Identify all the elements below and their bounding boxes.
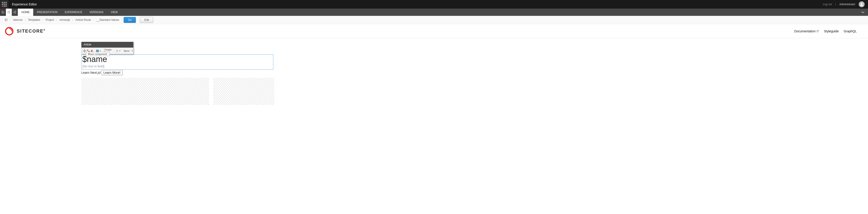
page-nav: SITECORE® Documentation Styleguide Graph…: [0, 24, 868, 38]
tab-experience[interactable]: EXPERIENCE: [61, 9, 86, 16]
page-links: Documentation Styleguide GraphQL: [794, 29, 857, 33]
share-icon[interactable]: [12, 9, 18, 16]
search-icon[interactable]: [6, 9, 12, 16]
personalize-icon[interactable]: [116, 49, 121, 53]
avatar-icon[interactable]: [859, 1, 865, 7]
breadcrumb-bar: › sitecore › Templates › Project › xmnex…: [0, 16, 868, 24]
learn-text[interactable]: Learn Next.js!: [81, 71, 101, 74]
tab-presentation[interactable]: PRESENTATION: [33, 9, 61, 16]
breadcrumb-sep: ›: [25, 19, 26, 21]
ribbon-quick-icons: [0, 9, 18, 16]
svg-rect-28: [96, 50, 97, 51]
svg-line-16: [14, 12, 15, 13]
breadcrumb-item[interactable]: xmnextjs: [59, 18, 70, 22]
svg-line-21: [817, 30, 819, 31]
svg-rect-2: [5, 2, 7, 3]
svg-point-9: [861, 3, 862, 4]
svg-point-12: [15, 11, 16, 12]
top-header-right: Log out | Administrator: [823, 1, 865, 7]
breadcrumb-sep: ›: [93, 19, 94, 21]
learn-row: Learn Next.js! Learn More!: [81, 70, 273, 75]
tooltip: Move component.: [86, 52, 110, 56]
breadcrumb-sep: ›: [56, 19, 57, 21]
collapse-ribbon-icon[interactable]: [861, 11, 865, 14]
svg-point-10: [8, 11, 9, 13]
separator: |: [835, 3, 836, 6]
svg-point-32: [117, 50, 118, 51]
svg-line-11: [9, 13, 10, 13]
svg-rect-3: [2, 4, 3, 5]
top-header-left: Experience Editor: [0, 0, 37, 9]
breadcrumb-item[interactable]: sitecore: [13, 18, 23, 22]
svg-rect-24: [87, 50, 88, 51]
svg-point-13: [13, 12, 14, 13]
breadcrumb-home-icon[interactable]: [4, 18, 8, 22]
svg-rect-8: [5, 5, 7, 7]
svg-rect-5: [5, 4, 7, 5]
svg-rect-4: [4, 4, 5, 5]
learn-more-button[interactable]: Learn More!: [101, 70, 122, 75]
top-header: Experience Editor Log out | Administrato…: [0, 0, 868, 9]
tab-home[interactable]: HOME: [18, 9, 33, 16]
styleguide-link[interactable]: Styleguide: [824, 29, 839, 33]
app-launcher-icon[interactable]: [0, 0, 8, 9]
breadcrumb-sep: ›: [42, 19, 43, 21]
external-link-icon: [816, 30, 819, 32]
component-title: Article: [81, 42, 133, 48]
ribbon-right: [861, 9, 868, 16]
breadcrumb-item[interactable]: __Standard Values: [96, 18, 119, 22]
breadcrumb-item[interactable]: Article Route: [75, 18, 91, 22]
svg-rect-6: [2, 5, 3, 7]
sitecore-logo-icon: [5, 27, 13, 35]
placeholder-row: [81, 78, 273, 105]
graphql-link[interactable]: GraphQL: [844, 29, 857, 33]
svg-line-15: [14, 11, 15, 12]
svg-rect-0: [2, 2, 3, 3]
svg-rect-1: [4, 2, 5, 3]
breadcrumb-item[interactable]: Project: [46, 18, 54, 22]
svg-rect-29: [98, 50, 99, 51]
brand-name: SITECORE®: [17, 29, 46, 34]
canvas: Article Usage: 1: [0, 42, 868, 105]
brand: SITECORE®: [5, 27, 46, 35]
edit-button[interactable]: Edit: [140, 17, 153, 23]
ribbon-left: HOME PRESENTATION EXPERIENCE VERSIONS VI…: [0, 9, 121, 16]
breadcrumb-item[interactable]: Templates: [28, 18, 40, 22]
tab-versions[interactable]: VERSIONS: [86, 9, 107, 16]
go-button[interactable]: Go: [124, 17, 136, 23]
app-title: Experience Editor: [12, 2, 37, 6]
tab-view[interactable]: VIEW: [107, 9, 121, 16]
svg-point-14: [15, 13, 16, 13]
svg-rect-7: [4, 5, 5, 7]
component-wrap: Article Usage: 1: [81, 42, 273, 105]
user-name[interactable]: Administrator: [839, 3, 855, 6]
save-icon[interactable]: [0, 9, 6, 16]
svg-rect-17: [5, 19, 7, 21]
component-panel: Article Usage: 1: [81, 42, 133, 54]
empty-text-field[interactable]: [No text in field]: [82, 64, 273, 69]
documentation-link[interactable]: Documentation: [794, 29, 819, 33]
title-field[interactable]: $name: [82, 55, 273, 64]
edit-frame[interactable]: $name [No text in field]: [81, 54, 273, 70]
placeholder[interactable]: [213, 78, 274, 105]
placeholder[interactable]: [81, 78, 209, 105]
ribbon: HOME PRESENTATION EXPERIENCE VERSIONS VI…: [0, 9, 868, 16]
logout-link[interactable]: Log out: [823, 3, 832, 6]
more-dropdown[interactable]: More: [123, 50, 133, 52]
ribbon-tabs: HOME PRESENTATION EXPERIENCE VERSIONS VI…: [18, 9, 121, 16]
breadcrumb-sep: ›: [10, 19, 11, 21]
breadcrumb-sep: ›: [72, 19, 73, 21]
